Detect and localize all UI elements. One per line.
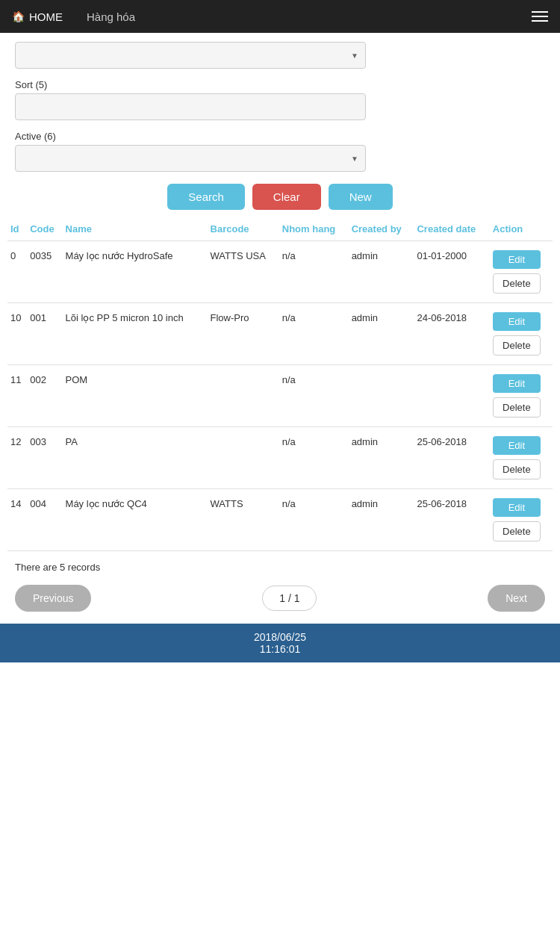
- table-row: 11 002 POM n/a Edit Delete: [7, 365, 553, 427]
- active-select-wrapper: [15, 145, 366, 172]
- cell-action: Edit Delete: [490, 303, 553, 365]
- action-cell: Edit Delete: [493, 436, 550, 479]
- home-link[interactable]: 🏠 HOME: [12, 10, 63, 23]
- delete-button[interactable]: Delete: [493, 397, 541, 417]
- table-row: 0 0035 Máy lọc nước HydroSafe WATTS USA …: [7, 241, 553, 303]
- cell-code: 003: [27, 427, 62, 489]
- action-cell: Edit Delete: [493, 250, 550, 294]
- cell-nhom-hang: n/a: [279, 489, 349, 551]
- cell-code: 004: [27, 489, 62, 551]
- col-header-created-by: Created by: [349, 217, 414, 241]
- pagination: Previous 1 / 1 Next: [0, 580, 560, 624]
- active-group: Active (6): [15, 131, 545, 172]
- cell-created-date: [414, 365, 489, 427]
- edit-button[interactable]: Edit: [493, 312, 541, 331]
- cell-created-date: 25-06-2018: [414, 489, 489, 551]
- data-table: Id Code Name Barcode Nhom hang Created b…: [7, 217, 553, 551]
- col-header-name: Name: [63, 217, 208, 241]
- data-table-wrapper: Id Code Name Barcode Nhom hang Created b…: [0, 217, 560, 551]
- action-cell: Edit Delete: [493, 498, 550, 541]
- next-button[interactable]: Next: [488, 585, 545, 612]
- col-header-id: Id: [7, 217, 27, 241]
- records-count: There are 5 records: [15, 562, 100, 573]
- home-label: HOME: [29, 10, 63, 23]
- cell-created-date: 25-06-2018: [414, 427, 489, 489]
- hamburger-line-3: [532, 20, 548, 22]
- delete-button[interactable]: Delete: [493, 273, 541, 294]
- clear-button[interactable]: Clear: [252, 184, 321, 210]
- cell-name: Máy lọc nước HydroSafe: [63, 241, 208, 303]
- sort-input[interactable]: [15, 93, 366, 120]
- cell-created-by: admin: [349, 241, 414, 303]
- cell-name: PA: [63, 427, 208, 489]
- footer-time: 11:16:01: [7, 643, 553, 655]
- search-button[interactable]: Search: [167, 184, 245, 210]
- delete-button[interactable]: Delete: [493, 459, 541, 479]
- cell-barcode: [208, 427, 279, 489]
- edit-button[interactable]: Edit: [493, 498, 541, 517]
- cell-barcode: [208, 365, 279, 427]
- edit-button[interactable]: Edit: [493, 250, 541, 269]
- col-header-code: Code: [27, 217, 62, 241]
- sort-select-wrapper: [15, 42, 366, 69]
- table-row: 12 003 PA n/a admin 25-06-2018 Edit Dele…: [7, 427, 553, 489]
- action-cell: Edit Delete: [493, 312, 550, 355]
- hamburger-line-2: [532, 16, 548, 17]
- sort-group: [15, 42, 545, 69]
- cell-nhom-hang: n/a: [279, 365, 349, 427]
- sort-label: Sort (5): [15, 79, 545, 90]
- action-cell: Edit Delete: [493, 374, 550, 417]
- cell-id: 10: [7, 303, 27, 365]
- edit-button[interactable]: Edit: [493, 436, 541, 455]
- cell-code: 002: [27, 365, 62, 427]
- cell-action: Edit Delete: [490, 241, 553, 303]
- header-left: 🏠 HOME Hàng hóa: [12, 10, 135, 23]
- cell-nhom-hang: n/a: [279, 303, 349, 365]
- cell-created-by: admin: [349, 303, 414, 365]
- cell-action: Edit Delete: [490, 427, 553, 489]
- col-header-nhom-hang: Nhom hang: [279, 217, 349, 241]
- cell-created-by: [349, 365, 414, 427]
- page-title: Hàng hóa: [87, 10, 135, 23]
- table-row: 10 001 Lõi lọc PP 5 micron 10 inch Flow-…: [7, 303, 553, 365]
- cell-id: 14: [7, 489, 27, 551]
- delete-button[interactable]: Delete: [493, 335, 541, 355]
- header: 🏠 HOME Hàng hóa: [0, 0, 560, 33]
- cell-id: 12: [7, 427, 27, 489]
- cell-created-by: admin: [349, 427, 414, 489]
- records-info: There are 5 records: [0, 551, 560, 580]
- cell-name: Máy lọc nước QC4: [63, 489, 208, 551]
- cell-id: 11: [7, 365, 27, 427]
- home-icon: 🏠: [12, 10, 25, 22]
- sort-select[interactable]: [15, 42, 366, 69]
- table-row: 14 004 Máy lọc nước QC4 WATTS n/a admin …: [7, 489, 553, 551]
- action-buttons: Search Clear New: [15, 184, 545, 210]
- cell-name: POM: [63, 365, 208, 427]
- active-select[interactable]: [15, 145, 366, 172]
- footer-date: 2018/06/25: [7, 631, 553, 643]
- hamburger-menu-icon[interactable]: [532, 11, 548, 22]
- cell-code: 0035: [27, 241, 62, 303]
- delete-button[interactable]: Delete: [493, 521, 541, 541]
- hamburger-line-1: [532, 11, 548, 13]
- col-header-created-date: Created date: [414, 217, 489, 241]
- cell-nhom-hang: n/a: [279, 427, 349, 489]
- cell-action: Edit Delete: [490, 489, 553, 551]
- page-indicator: 1 / 1: [262, 586, 317, 611]
- filter-form: Sort (5) Active (6) Search Clear New: [0, 33, 560, 210]
- col-header-barcode: Barcode: [208, 217, 279, 241]
- table-header-row: Id Code Name Barcode Nhom hang Created b…: [7, 217, 553, 241]
- cell-code: 001: [27, 303, 62, 365]
- edit-button[interactable]: Edit: [493, 374, 541, 393]
- cell-created-by: admin: [349, 489, 414, 551]
- cell-barcode: WATTS USA: [208, 241, 279, 303]
- cell-nhom-hang: n/a: [279, 241, 349, 303]
- cell-action: Edit Delete: [490, 365, 553, 427]
- new-button[interactable]: New: [329, 184, 393, 210]
- cell-created-date: 01-01-2000: [414, 241, 489, 303]
- prev-button[interactable]: Previous: [15, 585, 91, 612]
- footer: 2018/06/25 11:16:01: [0, 624, 560, 662]
- sort-input-group: Sort (5): [15, 79, 545, 120]
- cell-barcode: Flow-Pro: [208, 303, 279, 365]
- cell-barcode: WATTS: [208, 489, 279, 551]
